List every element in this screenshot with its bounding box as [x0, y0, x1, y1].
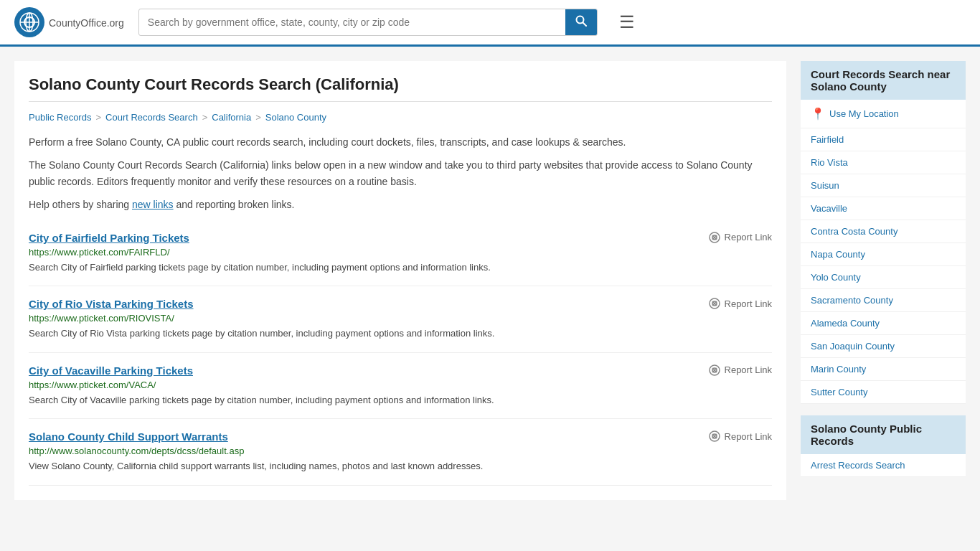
report-icon-0	[709, 232, 720, 243]
result-url-0[interactable]: https://www.pticket.com/FAIRFLD/	[29, 247, 772, 258]
new-links-link[interactable]: new links	[132, 199, 174, 210]
result-desc-0: Search City of Fairfield parking tickets…	[29, 260, 772, 275]
nearby-link-7[interactable]: Sacramento County	[811, 295, 893, 306]
nearby-item-3: Vacaville	[801, 197, 966, 220]
svg-line-6	[583, 23, 586, 27]
logo-icon	[14, 7, 44, 37]
report-link-0[interactable]: Report Link	[709, 232, 772, 243]
breadcrumb-public-records[interactable]: Public Records	[29, 112, 91, 123]
hamburger-menu[interactable]: ☰	[619, 12, 635, 32]
result-title-2[interactable]: City of Vacaville Parking Tickets	[29, 364, 193, 377]
result-desc-2: Search City of Vacaville parking tickets…	[29, 393, 772, 408]
result-url-3[interactable]: http://www.solanocounty.com/depts/dcss/d…	[29, 446, 772, 456]
breadcrumb: Public Records > Court Records Search > …	[29, 112, 772, 123]
public-records-section: Solano County Public Records Arrest Reco…	[801, 415, 966, 477]
result-item-3: Solano County Child Support Warrants Rep…	[29, 419, 772, 486]
result-url-1[interactable]: https://www.pticket.com/RIOVISTA/	[29, 313, 772, 324]
result-header-2: City of Vacaville Parking Tickets Report…	[29, 364, 772, 377]
report-icon-3	[709, 430, 720, 442]
nearby-item-7: Sacramento County	[801, 289, 966, 312]
nearby-item-0: Fairfield	[801, 128, 966, 151]
search-button[interactable]	[565, 9, 597, 35]
search-input[interactable]	[139, 11, 565, 34]
result-title-1[interactable]: City of Rio Vista Parking Tickets	[29, 298, 194, 310]
nearby-items-container: FairfieldRio VistaSuisunVacavilleContra …	[801, 128, 966, 404]
nearby-link-4[interactable]: Contra Costa County	[811, 226, 897, 237]
search-bar	[138, 9, 598, 36]
nearby-section: Court Records Search near Solano County …	[801, 61, 966, 404]
description-2: The Solano County Court Records Search (…	[29, 157, 772, 189]
report-link-1[interactable]: Report Link	[709, 298, 772, 309]
breadcrumb-court-records[interactable]: Court Records Search	[105, 112, 198, 123]
result-item-1: City of Rio Vista Parking Tickets Report…	[29, 286, 772, 353]
public-records-items: Arrest Records Search	[801, 454, 966, 477]
result-title-0[interactable]: City of Fairfield Parking Tickets	[29, 232, 189, 244]
result-url-2[interactable]: https://www.pticket.com/VACA/	[29, 380, 772, 390]
nearby-link-9[interactable]: San Joaquin County	[811, 341, 895, 352]
public-records-link-0[interactable]: Arrest Records Search	[811, 460, 905, 471]
breadcrumb-sep-2: >	[202, 112, 208, 123]
location-pin-icon: 📍	[811, 107, 825, 121]
content-area: Solano County Court Records Search (Cali…	[14, 61, 786, 500]
header: CountyOffice.org ☰	[0, 0, 980, 47]
result-item-0: City of Fairfield Parking Tickets Report…	[29, 220, 772, 287]
nearby-link-1[interactable]: Rio Vista	[811, 157, 848, 168]
nearby-header: Court Records Search near Solano County	[801, 61, 966, 100]
nearby-link-6[interactable]: Yolo County	[811, 272, 861, 283]
results-container: City of Fairfield Parking Tickets Report…	[29, 220, 772, 486]
use-my-location-item: 📍 Use My Location	[801, 100, 966, 128]
result-title-3[interactable]: Solano County Child Support Warrants	[29, 430, 228, 443]
nearby-link-8[interactable]: Alameda County	[811, 318, 880, 329]
report-icon-1	[709, 298, 720, 309]
nearby-item-10: Marin County	[801, 358, 966, 381]
nearby-item-1: Rio Vista	[801, 151, 966, 174]
nearby-link-3[interactable]: Vacaville	[811, 203, 847, 214]
nearby-item-4: Contra Costa County	[801, 220, 966, 243]
nearby-item-9: San Joaquin County	[801, 335, 966, 358]
description-1: Perform a free Solano County, CA public …	[29, 134, 772, 150]
nearby-link-11[interactable]: Sutter County	[811, 387, 868, 397]
logo-text: CountyOffice.org	[49, 15, 124, 30]
report-icon-2	[709, 364, 720, 376]
breadcrumb-california[interactable]: California	[212, 112, 251, 123]
nearby-item-11: Sutter County	[801, 381, 966, 404]
public-records-header: Solano County Public Records	[801, 415, 966, 454]
nearby-link-0[interactable]: Fairfield	[811, 134, 844, 145]
public-records-item-0: Arrest Records Search	[801, 454, 966, 477]
report-link-2[interactable]: Report Link	[709, 364, 772, 376]
logo-link[interactable]: CountyOffice.org	[14, 7, 124, 37]
result-desc-1: Search City of Rio Vista parking tickets…	[29, 326, 772, 341]
sidebar: Court Records Search near Solano County …	[801, 61, 966, 500]
nearby-item-5: Napa County	[801, 243, 966, 266]
nearby-link-5[interactable]: Napa County	[811, 249, 865, 260]
nearby-link-10[interactable]: Marin County	[811, 364, 866, 375]
breadcrumb-sep-1: >	[95, 112, 101, 123]
result-desc-3: View Solano County, California child sup…	[29, 459, 772, 474]
breadcrumb-sep-3: >	[255, 112, 261, 123]
result-item-2: City of Vacaville Parking Tickets Report…	[29, 353, 772, 420]
result-header-0: City of Fairfield Parking Tickets Report…	[29, 232, 772, 244]
nearby-item-6: Yolo County	[801, 266, 966, 289]
result-header-1: City of Rio Vista Parking Tickets Report…	[29, 298, 772, 310]
page-title: Solano County Court Records Search (Cali…	[29, 75, 772, 102]
result-header-3: Solano County Child Support Warrants Rep…	[29, 430, 772, 443]
breadcrumb-solano[interactable]: Solano County	[265, 112, 326, 123]
main-container: Solano County Court Records Search (Cali…	[0, 47, 980, 514]
nearby-item-2: Suisun	[801, 174, 966, 197]
report-link-3[interactable]: Report Link	[709, 430, 772, 442]
nearby-item-8: Alameda County	[801, 312, 966, 335]
description-3: Help others by sharing new links and rep…	[29, 197, 772, 212]
nearby-link-2[interactable]: Suisun	[811, 180, 839, 191]
use-my-location-link[interactable]: Use My Location	[829, 108, 899, 119]
